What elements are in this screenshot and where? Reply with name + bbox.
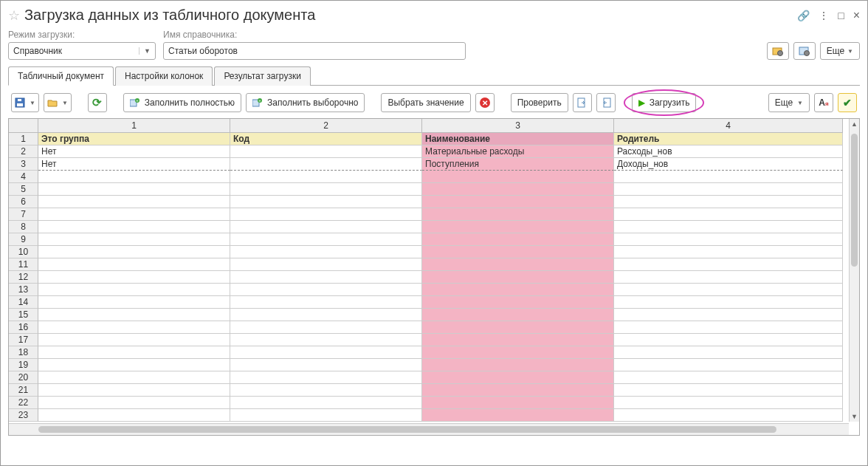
cell[interactable]: 1 [38, 119, 230, 133]
cell[interactable] [230, 171, 422, 183]
cell[interactable] [230, 321, 422, 334]
cell[interactable]: Доходы_нов [614, 158, 843, 171]
cell[interactable] [230, 284, 422, 296]
cell[interactable] [38, 221, 230, 233]
fill-full-button[interactable]: + Заполнить полностью [123, 93, 241, 112]
kebab-menu-icon[interactable]: ⋮ [819, 10, 829, 21]
cell[interactable] [38, 309, 230, 321]
refname-input[interactable]: Статьи оборотов [163, 42, 466, 60]
cell[interactable] [422, 171, 614, 183]
cell[interactable]: 1 [9, 133, 38, 145]
cell[interactable] [422, 183, 614, 196]
cell[interactable] [230, 296, 422, 309]
cell[interactable] [38, 397, 230, 409]
check-button[interactable]: Проверить [511, 93, 568, 112]
cell[interactable] [422, 334, 614, 346]
cell[interactable]: 19 [9, 359, 38, 371]
cell[interactable] [230, 196, 422, 208]
more-button-top[interactable]: Еще ▼ [820, 42, 860, 60]
more-button-toolbar[interactable]: Еще ▼ [768, 93, 810, 112]
cell[interactable] [230, 258, 422, 271]
cell[interactable] [614, 371, 843, 384]
cell[interactable] [38, 334, 230, 346]
cell[interactable] [38, 233, 230, 246]
cell[interactable]: 4 [614, 119, 843, 133]
cell[interactable]: 16 [9, 321, 38, 334]
cell[interactable] [230, 384, 422, 397]
cell[interactable] [614, 409, 843, 422]
close-icon[interactable]: × [853, 9, 860, 22]
cell[interactable]: 20 [9, 371, 38, 384]
cell[interactable]: 21 [9, 384, 38, 397]
cell[interactable] [230, 158, 422, 171]
cell[interactable]: 8 [9, 221, 38, 233]
cell[interactable]: 3 [422, 119, 614, 133]
save-button[interactable]: ▼ [11, 93, 39, 112]
cell[interactable] [614, 258, 843, 271]
cell[interactable] [38, 359, 230, 371]
cell[interactable] [422, 346, 614, 359]
cell[interactable] [422, 271, 614, 284]
cell[interactable] [230, 145, 422, 158]
cell[interactable] [614, 196, 843, 208]
open-button[interactable]: ▼ [44, 93, 72, 112]
cell[interactable]: Нет [38, 158, 230, 171]
cell[interactable] [614, 334, 843, 346]
cell[interactable] [38, 409, 230, 422]
cell[interactable] [38, 183, 230, 196]
cell[interactable] [230, 309, 422, 321]
cell[interactable]: Родитель [614, 133, 843, 145]
cell[interactable] [230, 397, 422, 409]
refresh-button[interactable]: ⟳ [88, 93, 107, 112]
maximize-icon[interactable]: □ [838, 10, 844, 21]
cell[interactable] [230, 409, 422, 422]
link-icon[interactable]: 🔗 [797, 10, 810, 21]
cell[interactable] [422, 309, 614, 321]
cell[interactable] [230, 233, 422, 246]
cell[interactable] [422, 371, 614, 384]
cell[interactable] [422, 258, 614, 271]
tab-result[interactable]: Результат загрузки [214, 66, 310, 86]
cell[interactable] [422, 384, 614, 397]
cell[interactable]: Это группа [38, 133, 230, 145]
cell[interactable] [38, 296, 230, 309]
cell[interactable]: Нет [38, 145, 230, 158]
cell[interactable] [230, 334, 422, 346]
cell[interactable] [422, 246, 614, 258]
settings-button-2[interactable] [793, 42, 816, 60]
scroll-thumb[interactable] [851, 134, 858, 267]
pick-value-button[interactable]: Выбрать значение [381, 93, 470, 112]
tab-columns[interactable]: Настройки колонок [115, 66, 213, 86]
cell[interactable]: 12 [9, 271, 38, 284]
cell[interactable]: 15 [9, 309, 38, 321]
prev-error-button[interactable] [596, 93, 616, 112]
cell[interactable] [422, 397, 614, 409]
cell[interactable] [230, 208, 422, 221]
cell[interactable] [38, 284, 230, 296]
cell[interactable] [38, 371, 230, 384]
next-error-button[interactable] [573, 93, 592, 112]
cell[interactable] [230, 183, 422, 196]
scroll-thumb-h[interactable] [38, 426, 776, 433]
cell[interactable] [614, 221, 843, 233]
cell[interactable] [422, 284, 614, 296]
cell[interactable] [38, 258, 230, 271]
cell[interactable] [230, 371, 422, 384]
cell[interactable] [614, 397, 843, 409]
cell[interactable] [422, 221, 614, 233]
cell[interactable] [614, 321, 843, 334]
cell[interactable]: 6 [9, 196, 38, 208]
cell[interactable]: 9 [9, 233, 38, 246]
cell[interactable] [230, 359, 422, 371]
fill-selective-button[interactable]: + Заполнить выборочно [246, 93, 365, 112]
cell[interactable] [614, 271, 843, 284]
cell[interactable]: 11 [9, 258, 38, 271]
spreadsheet[interactable]: 12341Это группаКодНаименованиеРодитель2Н… [8, 118, 860, 436]
cell[interactable]: 22 [9, 397, 38, 409]
cell[interactable]: 17 [9, 334, 38, 346]
cell[interactable]: 7 [9, 208, 38, 221]
cell[interactable]: Код [230, 133, 422, 145]
cell[interactable] [422, 233, 614, 246]
cell[interactable]: 4 [9, 171, 38, 183]
cell[interactable] [614, 171, 843, 183]
